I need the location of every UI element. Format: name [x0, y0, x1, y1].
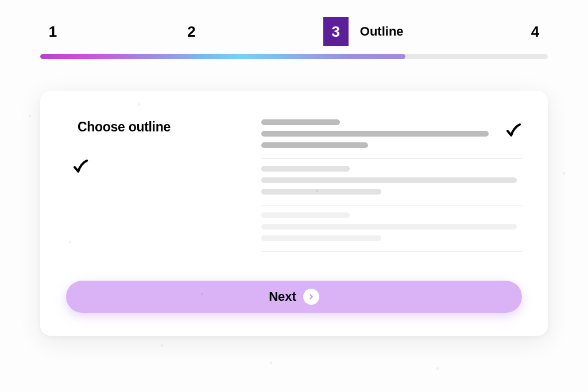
outline-options-list: [261, 119, 522, 252]
step-number: 1: [46, 23, 60, 41]
check-icon: [505, 122, 522, 139]
progress-fill: [40, 54, 405, 59]
step-3[interactable]: 3 Outline: [323, 17, 404, 46]
step-number: 4: [528, 23, 542, 41]
outline-option[interactable]: [261, 159, 522, 205]
next-button[interactable]: Next: [66, 281, 522, 313]
outline-option[interactable]: [261, 205, 522, 252]
progress-bar: [40, 54, 548, 59]
wizard-stepper: 1 2 3 Outline 4: [40, 17, 548, 46]
step-1[interactable]: 1: [46, 23, 60, 41]
next-button-label: Next: [269, 289, 296, 304]
step-number-active: 3: [323, 17, 349, 46]
step-2[interactable]: 2: [184, 23, 198, 41]
step-label: Outline: [360, 24, 404, 39]
step-4[interactable]: 4: [528, 23, 542, 41]
chevron-right-icon: [303, 289, 319, 305]
outline-card: Choose outline: [40, 91, 548, 336]
check-icon: [72, 158, 89, 175]
step-number: 2: [184, 23, 198, 41]
outline-option[interactable]: [261, 119, 522, 159]
card-title: Choose outline: [78, 119, 238, 135]
